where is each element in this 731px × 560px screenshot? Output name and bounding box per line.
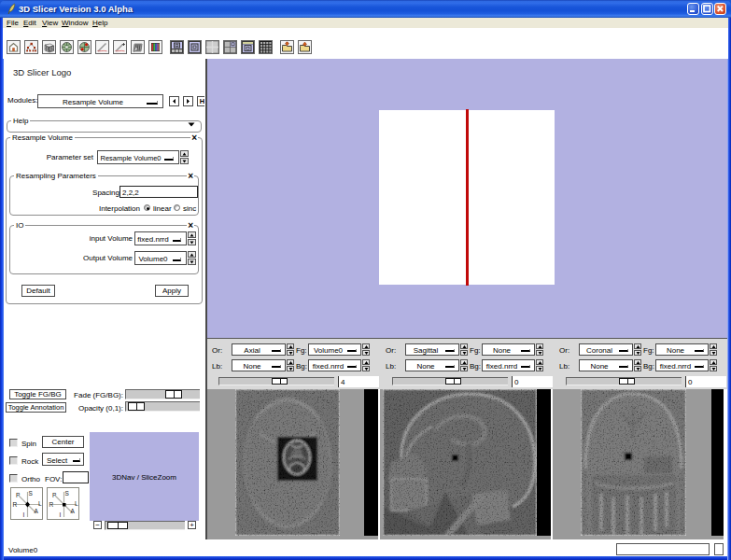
svg-text:L: L — [75, 500, 78, 507]
svg-text:R: R — [49, 501, 54, 508]
svg-text:A: A — [35, 508, 39, 514]
svg-text:S: S — [29, 490, 34, 497]
svg-text:P: P — [52, 492, 56, 498]
svg-text:A: A — [71, 508, 76, 514]
svg-text:R: R — [13, 501, 18, 508]
svg-text:L: L — [38, 500, 42, 507]
svg-text:I: I — [60, 511, 62, 518]
svg-text:P: P — [16, 492, 20, 498]
svg-text:I: I — [23, 511, 25, 518]
svg-text:S: S — [65, 490, 70, 497]
